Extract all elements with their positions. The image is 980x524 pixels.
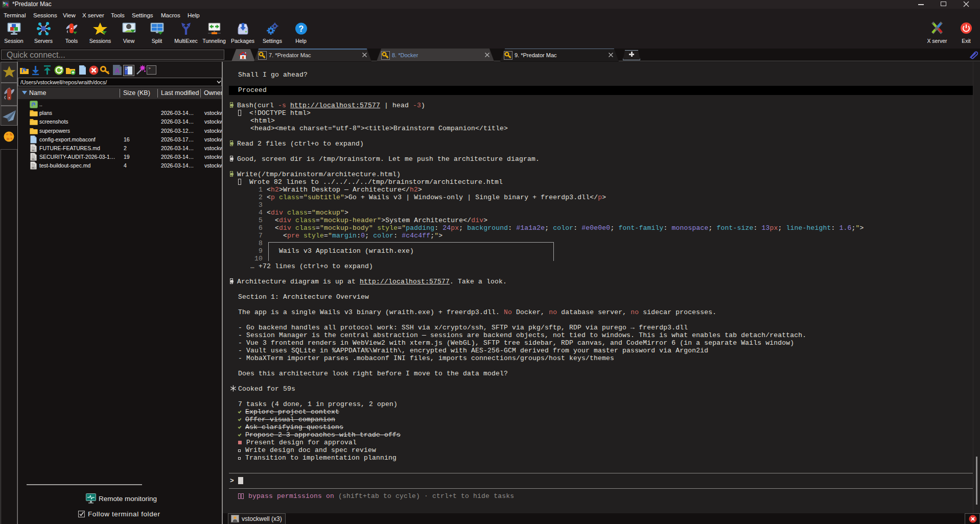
svg-text:?: ? (299, 25, 304, 33)
